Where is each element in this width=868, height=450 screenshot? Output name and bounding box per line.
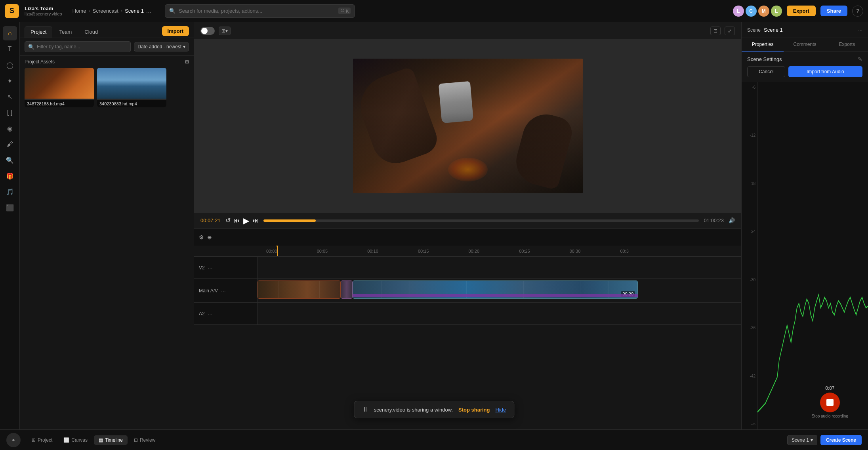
asset-thumb-lake[interactable]: 340230883.hd.mp4 — [97, 68, 166, 107]
sidebar-icon-text[interactable]: T — [3, 42, 17, 56]
scale-neg18: -18 — [743, 181, 755, 186]
bottom-right: Scene 1 ▾ Create Scene — [787, 435, 862, 445]
clip-fire-thumbs — [258, 281, 340, 298]
video-preview — [194, 40, 741, 212]
sidebar-icon-audio[interactable]: 🎵 — [3, 185, 17, 199]
avatar-M: M — [758, 6, 769, 17]
sidebar-icon-effects[interactable]: ✦ — [3, 74, 17, 88]
ruler-mark-4: 00:20 — [468, 249, 519, 254]
panel-toolbar: 🔍 Date added - newest ▾ — [20, 38, 194, 56]
panel-search-input[interactable] — [37, 44, 127, 50]
scale-neginf: -∞ — [743, 422, 755, 426]
bottom-tab-review[interactable]: ⊡ Review — [129, 435, 160, 445]
create-scene-button[interactable]: Create Scene — [820, 435, 862, 445]
breadcrumb-more-button[interactable]: ... — [146, 8, 151, 15]
scene-select-label: Scene 1 — [792, 437, 809, 443]
panel-tab-cloud[interactable]: Cloud — [78, 26, 104, 38]
sidebar-icon-paint[interactable]: 🖌 — [3, 137, 17, 151]
sidebar-icon-screen[interactable]: ⬛ — [3, 200, 17, 215]
asset-thumb-fire[interactable]: 348728188.hd.mp4 — [25, 68, 94, 107]
team-email: liza@scenery.video — [25, 11, 62, 16]
panel-more-icon[interactable]: ··· — [858, 27, 862, 33]
hide-sharing-button[interactable]: Hide — [495, 407, 506, 413]
progress-bar[interactable] — [263, 219, 699, 222]
team-selector[interactable]: Liza's Team liza@scenery.video — [25, 6, 62, 16]
sidebar-icon-cursor[interactable]: ↖ — [3, 90, 17, 104]
play-button[interactable]: ▶ — [243, 216, 249, 225]
track-v2: V2 ··· — [194, 257, 741, 279]
bottom-tab-project[interactable]: ⊞ Project — [27, 435, 57, 445]
breadcrumb-screencast[interactable]: Screencast — [93, 8, 118, 14]
grid-view-button[interactable]: ⊞▾ — [219, 27, 231, 35]
track-menu-a2[interactable]: ··· — [208, 311, 213, 317]
left-sidebar: ⌂ T ◯ ✦ ↖ [ ] ◉ 🖌 🔍 🎁 🎵 ⬛ — [0, 22, 20, 429]
clip-transition[interactable] — [341, 280, 353, 299]
track-content-a2[interactable] — [258, 303, 741, 324]
rp-tab-properties[interactable]: Properties — [742, 38, 784, 51]
asset-thumb-fire-preview — [25, 68, 94, 99]
asset-filename-fire: 348728188.hd.mp4 — [25, 100, 94, 107]
export-button[interactable]: Export — [787, 6, 816, 16]
ruler-mark-0: 00:00 — [265, 249, 316, 254]
sidebar-icon-brackets[interactable]: [ ] — [3, 105, 17, 120]
loop-button[interactable]: ↺ — [225, 216, 231, 225]
stop-icon — [826, 399, 834, 406]
playhead[interactable] — [277, 246, 278, 256]
right-panel-tabs: Properties Comments Exports — [742, 38, 868, 52]
record-dot[interactable]: ● — [6, 433, 21, 447]
fit-button[interactable]: ⊡ — [710, 27, 721, 35]
resize-button[interactable]: ⤢ — [725, 27, 735, 35]
import-from-audio-button[interactable]: Import from Audio — [788, 66, 862, 77]
breadcrumb-current[interactable]: Scene 1 — [125, 8, 144, 14]
stop-sharing-button[interactable]: Stop sharing — [458, 407, 490, 413]
timeline-snap-button[interactable]: ⚙ — [199, 234, 204, 240]
cancel-button[interactable]: Cancel — [747, 66, 785, 77]
scene-label: Scene — [747, 27, 761, 33]
edit-icon[interactable]: ✎ — [858, 56, 862, 62]
bottom-tab-timeline[interactable]: ▤ Timeline — [94, 435, 128, 445]
rewind-button[interactable]: ⏮ — [234, 216, 240, 225]
panel-tab-project[interactable]: Project — [25, 26, 52, 38]
sidebar-icon-search[interactable]: 🔍 — [3, 153, 17, 167]
bottom-tab-canvas[interactable]: ⬜ Canvas — [59, 435, 92, 445]
share-button[interactable]: Share — [820, 6, 847, 16]
sidebar-icon-shapes[interactable]: ◯ — [3, 58, 17, 72]
sidebar-icon-home[interactable]: ⌂ — [3, 26, 17, 40]
track-menu-main-av[interactable]: ··· — [221, 288, 226, 294]
topbar-right: L C M L Export Share ? — [733, 6, 863, 17]
clip-fire[interactable] — [258, 280, 341, 299]
stop-recording-button[interactable] — [820, 393, 840, 412]
assets-grid-toggle-icon[interactable]: ⊞ — [185, 59, 189, 65]
import-button[interactable]: Import — [162, 26, 189, 36]
panel-tab-team[interactable]: Team — [53, 26, 78, 38]
sort-dropdown[interactable]: Date added - newest ▾ — [134, 42, 189, 51]
rp-tab-comments[interactable]: Comments — [784, 38, 826, 51]
sidebar-icon-gift[interactable]: 🎁 — [3, 169, 17, 183]
sharing-toast-text: scenery.video is sharing a window. — [374, 407, 453, 413]
panel-left: Project Team Cloud Import 🔍 Date added -… — [20, 22, 194, 429]
volume-icon[interactable]: 🔊 — [729, 217, 735, 223]
track-label-a2: A2 ··· — [194, 303, 258, 324]
ruler-mark-5: 00:25 — [518, 249, 569, 254]
ruler-mark-1: 00:05 — [316, 249, 367, 254]
panel-right: Scene Scene 1 ··· Properties Comments Ex… — [741, 22, 868, 429]
global-search-input[interactable] — [179, 8, 335, 14]
toggle-switch[interactable] — [200, 27, 215, 35]
assets-header: Project Assets ⊞ — [20, 56, 194, 68]
timeline-magnet-button[interactable]: ⊕ — [207, 234, 212, 240]
breadcrumb-home[interactable]: Home — [72, 8, 86, 14]
track-menu-v2[interactable]: ··· — [208, 265, 213, 271]
scale-neg24: -24 — [743, 229, 755, 234]
sidebar-icon-sticker[interactable]: ◉ — [3, 121, 17, 135]
avatar-L2: L — [771, 6, 782, 17]
fast-forward-button[interactable]: ⏭ — [252, 216, 259, 225]
scene-select[interactable]: Scene 1 ▾ — [787, 435, 817, 445]
ruler-mark-3: 00:15 — [417, 249, 468, 254]
rp-tab-exports[interactable]: Exports — [826, 38, 868, 51]
help-button[interactable]: ? — [852, 6, 863, 17]
track-name-main-av: Main A/V — [199, 288, 218, 294]
search-shortcut: ⌘ K — [338, 8, 351, 14]
timeline-ruler: 00:00 00:05 00:10 00:15 00:20 00:25 00:3… — [194, 246, 741, 257]
playback-bar: 00:07:21 ↺ ⏮ ▶ ⏭ 01:00:23 🔊 — [194, 212, 741, 228]
track-content-v2[interactable] — [258, 257, 741, 278]
